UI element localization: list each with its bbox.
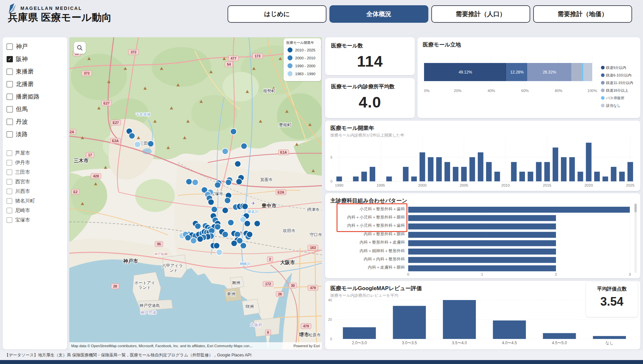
- region-filter-3[interactable]: 北播磨: [7, 80, 63, 88]
- mall-dot[interactable]: [135, 141, 141, 148]
- mall-dot[interactable]: [244, 221, 251, 227]
- year-bar[interactable]: [486, 162, 492, 181]
- year-bar[interactable]: [353, 176, 359, 181]
- mall-dot[interactable]: [241, 143, 247, 149]
- nav-tab-2[interactable]: 需要推計（人口）: [431, 5, 530, 23]
- mall-dot[interactable]: [129, 133, 135, 139]
- region-filter-5[interactable]: 但馬: [7, 105, 63, 113]
- city-filter-4[interactable]: 川西市: [7, 188, 63, 195]
- scrollbar-thumb[interactable]: [634, 204, 637, 212]
- mall-dot[interactable]: [247, 231, 253, 238]
- mall-dot[interactable]: [235, 161, 241, 167]
- mall-dot[interactable]: [230, 129, 237, 135]
- year-bar[interactable]: [594, 172, 600, 181]
- year-bar[interactable]: [586, 143, 592, 181]
- stack-segment[interactable]: [583, 63, 592, 81]
- year-bar[interactable]: [561, 157, 566, 181]
- year-bar[interactable]: [386, 176, 392, 181]
- checkbox[interactable]: [7, 198, 12, 204]
- year-bar[interactable]: [536, 162, 541, 181]
- region-filter-6[interactable]: 丹波: [7, 118, 63, 126]
- combo-bar[interactable]: [408, 249, 556, 255]
- year-bar[interactable]: [544, 162, 550, 181]
- checkbox[interactable]: [7, 208, 12, 213]
- mall-dot[interactable]: [148, 141, 154, 147]
- combo-bar[interactable]: [408, 215, 556, 221]
- year-bar[interactable]: [494, 172, 500, 181]
- year-bar[interactable]: [411, 176, 417, 181]
- combos-chart[interactable]: 0123小児科＋整形外科＋歯科内科＋小児科＋整形外科＋眼科内科＋小児科＋整形外科…: [325, 193, 640, 278]
- checkbox[interactable]: [7, 217, 12, 223]
- year-bar[interactable]: [511, 162, 517, 181]
- combo-bar[interactable]: [408, 240, 556, 246]
- years-chart[interactable]: 5019901995200020052010201520202025: [325, 121, 640, 191]
- checkbox[interactable]: [7, 69, 13, 75]
- mall-dot[interactable]: [211, 206, 218, 213]
- mall-dot[interactable]: [215, 224, 221, 230]
- checkbox-checked[interactable]: ✓: [7, 56, 13, 62]
- map[interactable]: 3637237247717354423E27E27E2AE2A17428E2E1…: [69, 37, 322, 349]
- mall-dot[interactable]: [236, 179, 242, 185]
- checkbox[interactable]: [7, 189, 12, 194]
- checkbox[interactable]: [7, 160, 12, 166]
- checkbox[interactable]: [7, 119, 13, 125]
- location-chart[interactable]: 0%20%40%60%80%100%49.12%12.28%26.32%鉄道5分…: [417, 37, 640, 118]
- region-filter-4[interactable]: 播磨姫路: [7, 93, 63, 101]
- map-canvas[interactable]: 3637237247717354423E27E27E2AE2A17428E2E1…: [69, 37, 322, 349]
- mall-dot[interactable]: [226, 179, 232, 186]
- review-bar[interactable]: [543, 333, 576, 339]
- combo-bar[interactable]: [408, 232, 556, 238]
- mall-dot[interactable]: [242, 203, 248, 210]
- powered-by-esri[interactable]: Powered by Esri: [291, 344, 320, 348]
- year-bar[interactable]: [470, 157, 475, 181]
- checkbox[interactable]: [7, 179, 12, 185]
- checkbox[interactable]: [7, 131, 13, 137]
- city-filter-5[interactable]: 猪名川町: [7, 198, 63, 204]
- year-bar[interactable]: [436, 157, 442, 181]
- mall-dot[interactable]: [197, 236, 203, 242]
- year-bar[interactable]: [553, 147, 558, 181]
- mall-dot[interactable]: [214, 243, 220, 249]
- checkbox[interactable]: [7, 94, 13, 100]
- year-bar[interactable]: [428, 157, 434, 181]
- mall-dot[interactable]: [254, 221, 260, 227]
- city-filter-2[interactable]: 三田市: [7, 169, 63, 175]
- year-bar[interactable]: [578, 172, 583, 181]
- review-bar[interactable]: [493, 320, 526, 339]
- checkbox[interactable]: [7, 44, 13, 50]
- mall-dot[interactable]: [216, 249, 223, 256]
- region-filter-0[interactable]: 神戸: [7, 43, 63, 50]
- year-bar[interactable]: [519, 172, 525, 181]
- region-filter-1[interactable]: ✓阪神: [7, 55, 63, 63]
- stack-segment[interactable]: [571, 63, 582, 81]
- mall-dot[interactable]: [240, 243, 247, 249]
- stack-segment[interactable]: [582, 63, 583, 81]
- mall-dot[interactable]: [186, 179, 192, 185]
- region-filter-2[interactable]: 東播磨: [7, 68, 63, 76]
- review-bar[interactable]: [393, 306, 426, 339]
- mall-dot[interactable]: [195, 223, 201, 229]
- mall-dot[interactable]: [191, 238, 197, 244]
- mall-dot[interactable]: [222, 207, 229, 214]
- nav-tab-1[interactable]: 全体概況: [329, 5, 428, 23]
- scrollbar-track[interactable]: [634, 203, 637, 273]
- year-bar[interactable]: [403, 167, 409, 181]
- review-bar[interactable]: [443, 300, 476, 339]
- year-bar[interactable]: [602, 176, 608, 181]
- year-bar[interactable]: [528, 172, 533, 181]
- checkbox[interactable]: [7, 81, 13, 87]
- mall-dot[interactable]: [231, 240, 237, 247]
- region-filter-7[interactable]: 淡路: [7, 130, 63, 138]
- nav-tab-3[interactable]: 需要推計（地価）: [533, 5, 632, 23]
- mall-dot[interactable]: [222, 148, 229, 155]
- mall-dot[interactable]: [222, 231, 229, 238]
- nav-tab-0[interactable]: はじめに: [228, 5, 326, 23]
- map-search-button[interactable]: [74, 42, 86, 54]
- year-bar[interactable]: [619, 172, 625, 181]
- review-bar[interactable]: [593, 336, 626, 339]
- year-bar[interactable]: [419, 152, 425, 181]
- mall-dot[interactable]: [228, 220, 234, 226]
- year-bar[interactable]: [461, 167, 467, 181]
- year-bar[interactable]: [444, 162, 450, 181]
- mall-dot[interactable]: [215, 182, 221, 188]
